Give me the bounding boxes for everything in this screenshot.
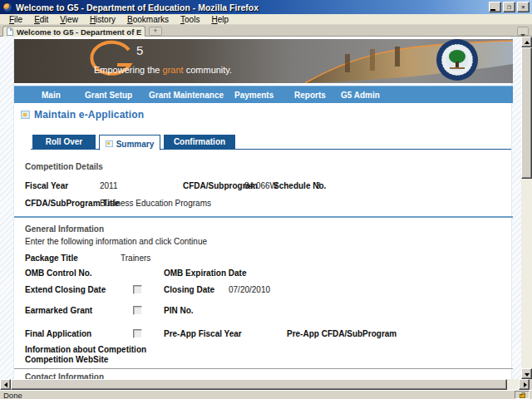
closing-date-label: Closing Date <box>164 285 214 294</box>
lock-icon <box>520 394 525 398</box>
scroll-left-button[interactable] <box>0 379 11 390</box>
preapp-fiscal-year-label: Pre-App Fiscal Year <box>164 329 242 338</box>
fiscal-year-value: 2011 <box>100 181 118 190</box>
preapp-cfda-label: Pre-App CFDA/SubProgram <box>287 329 397 338</box>
nav-item-grant-maintenance[interactable]: Grant Maintenance <box>149 91 224 100</box>
omb-row: OMB Control No. OMB Expiration Date <box>14 268 513 280</box>
main-nav-bar: Main Grant Setup Grant Maintenance Payme… <box>14 86 513 103</box>
section-divider <box>14 216 513 218</box>
browser-window: Welcome to G5 - Department of Education … <box>0 0 532 399</box>
fiscal-year-row: Fiscal Year 2011 CFDA/Subprogram 84.066W… <box>14 181 513 193</box>
security-panel[interactable] <box>515 391 530 399</box>
tab-confirmation[interactable]: Confirmation <box>164 135 235 149</box>
fiscal-year-label: Fiscal Year <box>25 181 68 190</box>
closing-date-value: 07/20/2010 <box>229 285 270 294</box>
close-button[interactable] <box>517 2 530 12</box>
menu-file[interactable]: File <box>3 15 28 24</box>
vertical-scrollbar-thumb[interactable] <box>521 47 532 179</box>
list-tabs-dropdown-button[interactable] <box>517 27 529 36</box>
nav-item-payments[interactable]: Payments <box>234 91 273 100</box>
menu-edit[interactable]: Edit <box>28 15 54 24</box>
status-text: Done <box>3 391 515 399</box>
g5-bullet-icon <box>21 111 30 119</box>
dept-of-education-seal-icon <box>436 39 478 81</box>
menu-bookmarks[interactable]: Bookmarks <box>121 15 175 24</box>
menu-help[interactable]: Help <box>205 15 234 24</box>
section-contact-information: Contact Information <box>25 372 104 379</box>
page-content: 5 Empowering the grant community. Main G… <box>13 37 512 379</box>
nav-item-grant-setup[interactable]: Grant Setup <box>85 91 132 100</box>
cfda-title-value: Business Education Programs <box>100 199 211 208</box>
competition-website-label: Competition WebSite <box>25 355 108 364</box>
tab-summary-label: Summary <box>116 140 155 149</box>
firefox-icon[interactable] <box>2 2 12 12</box>
earmarked-grant-checkbox[interactable] <box>133 306 142 315</box>
window-title: Welcome to G5 - Department of Education … <box>16 2 489 12</box>
package-title-value: Trainers <box>121 254 150 263</box>
tab-roll-over[interactable]: Roll Over <box>32 135 96 149</box>
section-divider-2 <box>14 368 513 369</box>
browser-tab-title: Welcome to G5 - Department of Edu... <box>17 27 141 37</box>
nav-item-main[interactable]: Main <box>42 91 61 100</box>
browser-tab[interactable]: Welcome to G5 - Department of Edu... <box>2 26 145 37</box>
svg-text:Empowering the grant community: Empowering the grant community. <box>94 65 232 75</box>
earmarked-row: Earmarked Grant PIN No. <box>14 306 513 318</box>
package-title-label: Package Title <box>25 254 78 263</box>
banner-graphic: 5 Empowering the grant community. <box>14 39 513 83</box>
scroll-right-button[interactable] <box>519 379 530 390</box>
earmarked-grant-label: Earmarked Grant <box>25 306 92 315</box>
page-favicon <box>7 27 13 36</box>
page-title: Maintain e-Application <box>34 109 144 121</box>
instruction-text: Enter the following information and clic… <box>25 237 207 246</box>
info-about-competition-label: Information about Competition <box>25 345 146 354</box>
package-title-row: Package Title Trainers <box>14 254 513 265</box>
pin-no-label: PIN No. <box>164 306 194 315</box>
tab-summary[interactable]: Summary <box>99 135 160 150</box>
tab-summary-bullet-icon <box>106 140 113 147</box>
menu-history[interactable]: History <box>84 15 121 24</box>
status-bar: Done <box>0 390 532 399</box>
omb-control-label: OMB Control No. <box>25 268 92 278</box>
closing-date-row: Extend Closing Date Closing Date 07/20/2… <box>14 285 513 297</box>
menu-view[interactable]: View <box>54 15 84 24</box>
page-viewport: 5 Empowering the grant community. Main G… <box>0 37 521 379</box>
cfda-title-row: CFDA/SubProgram Title Business Education… <box>14 199 513 210</box>
nav-item-g5-admin[interactable]: G5 Admin <box>341 91 380 100</box>
title-bar: Welcome to G5 - Department of Education … <box>0 0 532 14</box>
horizontal-scrollbar-thumb[interactable] <box>11 379 507 390</box>
nav-item-reports[interactable]: Reports <box>294 91 326 100</box>
final-application-label: Final Application <box>25 329 91 338</box>
schedule-no-value: 3 <box>316 181 321 190</box>
scroll-up-button[interactable] <box>521 37 532 47</box>
menu-bar: File Edit View History Bookmarks Tools H… <box>0 14 532 25</box>
extend-closing-label: Extend Closing Date <box>25 285 106 294</box>
extend-closing-checkbox[interactable] <box>133 285 142 294</box>
restore-button[interactable] <box>503 2 515 12</box>
horizontal-scrollbar[interactable] <box>0 379 530 390</box>
section-general-information: General Information <box>25 224 104 234</box>
final-application-row: Final Application Pre-App Fiscal Year Pr… <box>14 329 513 341</box>
omb-expiration-label: OMB Expiration Date <box>164 268 246 278</box>
section-competition-details: Competition Details <box>25 162 103 171</box>
page-heading: Maintain e-Application <box>21 109 144 121</box>
new-tab-button[interactable]: + <box>149 27 162 36</box>
g5-banner: 5 Empowering the grant community. <box>14 39 513 83</box>
vertical-scrollbar[interactable] <box>521 37 532 379</box>
minimize-button[interactable] <box>489 2 501 12</box>
final-application-checkbox[interactable] <box>133 329 142 338</box>
browser-tab-strip: Welcome to G5 - Department of Edu... + <box>0 25 532 37</box>
menu-tools[interactable]: Tools <box>175 15 205 24</box>
scroll-down-button[interactable] <box>521 368 532 379</box>
svg-text:5: 5 <box>136 43 143 57</box>
